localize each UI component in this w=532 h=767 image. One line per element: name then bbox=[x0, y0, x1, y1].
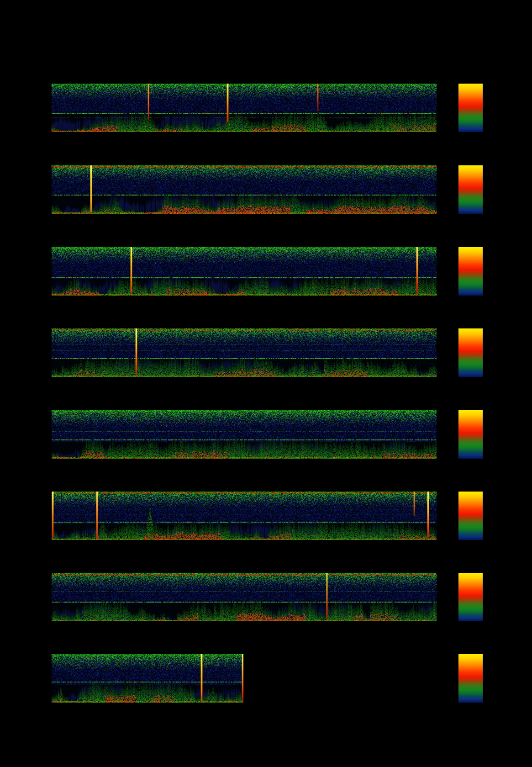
spectrogram-panel-1 bbox=[52, 84, 437, 132]
colorbar-1 bbox=[458, 84, 483, 132]
spectrogram-panel-5 bbox=[52, 410, 437, 459]
spectrogram-panel-8 bbox=[52, 654, 243, 703]
colorbar-8 bbox=[458, 654, 483, 703]
colorbar-6 bbox=[458, 492, 483, 540]
colorbar-3 bbox=[458, 247, 483, 296]
spectrogram-panel-7 bbox=[52, 573, 437, 621]
spectrogram-panel-2 bbox=[52, 165, 437, 214]
spectrogram-panel-6 bbox=[52, 492, 437, 540]
spectrogram-panel-4 bbox=[52, 328, 437, 377]
spectrogram-panel-3 bbox=[52, 247, 437, 296]
spectrogram-figure bbox=[0, 0, 532, 767]
colorbar-4 bbox=[458, 328, 483, 377]
colorbar-2 bbox=[458, 165, 483, 214]
colorbar-5 bbox=[458, 410, 483, 459]
colorbar-7 bbox=[458, 573, 483, 621]
